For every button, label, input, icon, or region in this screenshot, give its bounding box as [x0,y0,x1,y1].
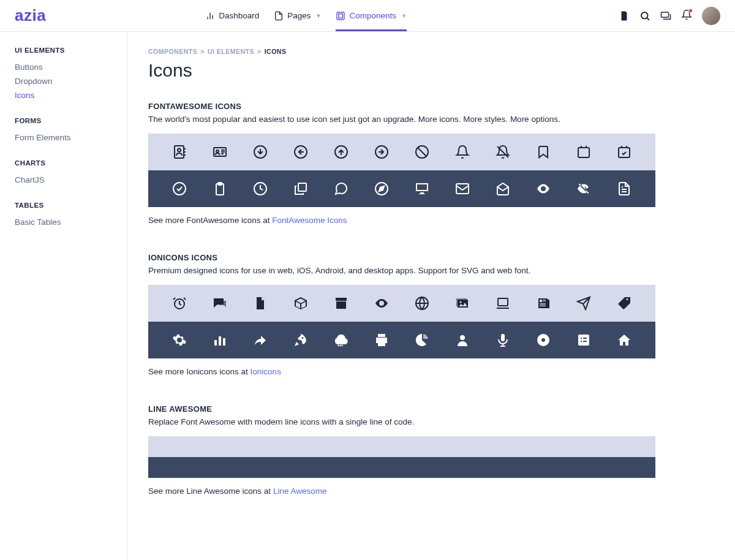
chevron-down-icon: ▼ [401,13,407,19]
crumb-icons: ICONS [265,48,287,55]
laptop-icon [496,296,510,311]
envelope-icon [455,181,470,196]
newspaper-icon [536,296,551,311]
arrow-right-circle-icon [374,145,389,159]
ban-icon [415,145,429,159]
globe-icon [415,296,429,311]
topbar: azia Dashboard Pages ▼ Components ▼ [0,0,735,32]
share-icon [253,333,268,347]
bookmark-icon [536,145,551,159]
package-icon [336,11,345,21]
ion-icons-container [148,285,655,358]
fa-icons-row-1 [148,134,655,170]
svg-point-32 [460,335,465,340]
svg-rect-33 [501,334,505,341]
disc-icon [536,333,551,347]
desktop-icon [415,181,429,196]
comment-icon [334,181,349,196]
images-icon [455,296,470,311]
search-icon[interactable] [639,10,650,21]
stats-icon [213,333,227,347]
la-icons-row-1 [148,436,655,457]
svg-rect-30 [219,336,221,346]
logo[interactable]: azia [15,6,46,25]
mic-icon [496,333,510,347]
fa-icons-container [148,134,655,207]
arrow-down-circle-icon [253,145,268,159]
link-lineawesome[interactable]: Line Awesome [273,486,327,496]
address-book-icon [172,145,187,159]
sidebar-item-icons[interactable]: Icons [15,88,127,102]
avatar[interactable] [702,7,720,25]
topnav: Dashboard Pages ▼ Components ▼ [205,0,407,31]
svg-rect-13 [578,148,589,157]
la-icons-container [148,436,655,478]
svg-point-35 [541,338,545,342]
sidebar-item-basic-tables[interactable]: Basic Tables [15,215,127,229]
compass-icon [374,181,389,196]
address-card-icon [213,145,227,159]
crumb-components[interactable]: COMPONENTS [148,48,197,55]
chart-icon [205,11,215,21]
svg-rect-17 [218,183,222,185]
calendar-icon [576,145,591,159]
svg-rect-31 [223,338,225,346]
nav-pages[interactable]: Pages ▼ [274,0,321,31]
sidebar-item-form-elements[interactable]: Form Elements [15,131,127,145]
svg-rect-27 [498,298,508,306]
envelope-open-icon [496,181,510,196]
link-fontawesome[interactable]: FontAwesome Icons [272,216,347,225]
check-circle-icon [172,181,187,196]
seemore-fa: See more FontAwesome icons at FontAwesom… [148,216,655,225]
la-icons-row-2 [148,457,655,478]
section-desc-ion: Premium designed icons for use in web, i… [148,266,655,275]
nav-components[interactable]: Components ▼ [336,0,406,31]
svg-rect-14 [619,148,630,157]
page-title: Icons [148,60,655,81]
sidebar-item-buttons[interactable]: Buttons [15,60,127,74]
svg-point-15 [173,183,186,195]
clipboard-icon [213,181,227,196]
nav-dashboard[interactable]: Dashboard [205,0,259,31]
messages-icon[interactable] [660,10,671,21]
person-icon [455,333,470,347]
link-ionicons[interactable]: Ionicons [251,367,281,376]
print-icon [374,333,389,347]
arrow-up-circle-icon [334,145,349,159]
document-icon[interactable] [619,10,630,21]
sidebar-head-forms: FORMS [15,117,127,124]
svg-point-26 [460,301,462,303]
calendar-check-icon [617,145,631,159]
alarm-icon [172,296,187,311]
seemore-la: See more Line Awesome icons at Line Awes… [148,486,655,496]
arrow-left-circle-icon [293,145,308,159]
content: COMPONENTS>UI ELEMENTS>ICONS Icons FONTA… [127,32,735,560]
notifications-button[interactable] [681,9,692,23]
home-icon [617,333,631,347]
sidebar-item-dropdown[interactable]: Dropdown [15,74,127,88]
sidebar: UI ELEMENTS Buttons Dropdown Icons FORMS… [0,32,127,560]
pie-chart-icon [415,333,429,347]
list-box-icon [576,333,591,347]
file-icon [274,11,284,21]
svg-rect-3 [662,12,669,17]
sidebar-head-ui: UI ELEMENTS [15,47,127,54]
cube-icon [293,296,308,311]
section-title-fa: FONTAWESOME ICONS [148,102,655,111]
clock-icon [253,181,268,196]
crumb-ui-elements[interactable]: UI ELEMENTS [208,48,254,55]
bell-icon [455,145,470,159]
chat-filled-icon [213,296,227,311]
svg-rect-1 [339,13,343,18]
sidebar-head-tables: TABLES [15,202,127,209]
eye-slash-icon [576,181,591,196]
cloud-rain-icon [334,333,349,347]
eye-icon [536,181,551,196]
ion-icons-row-1 [148,285,655,322]
section-title-la: LINE AWESOME [148,404,655,414]
sidebar-item-chartjs[interactable]: ChartJS [15,173,127,187]
archive-icon [334,296,349,311]
svg-rect-19 [298,183,306,191]
svg-rect-0 [337,12,344,20]
clone-icon [293,181,308,196]
